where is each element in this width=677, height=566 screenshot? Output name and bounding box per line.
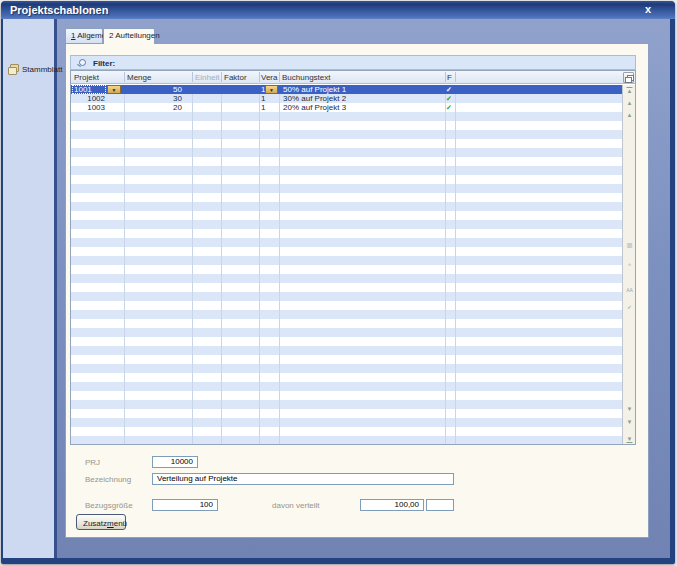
buchungstext-cell: 20% auf Projekt 3	[283, 103, 443, 112]
auto-width-icon[interactable]: AA	[623, 286, 636, 294]
bezeichnung-field[interactable]: Verteilung auf Projekte	[152, 473, 454, 485]
aufteilungen-tab-page: Filter: Projekt Menge Einheit Faktor Ver…	[65, 43, 649, 538]
bezeichnung-label: Bezeichnung	[85, 475, 131, 484]
last-row-icon[interactable]: ▼	[623, 435, 636, 443]
vera-dropdown-button[interactable]: ▼	[265, 85, 278, 94]
projekt-cell: 1003	[71, 103, 105, 112]
column-header-buchungstext[interactable]: Buchungstext	[282, 73, 330, 82]
stammblatt-cards-icon	[8, 64, 19, 74]
column-header-vera[interactable]: Vera	[261, 73, 277, 82]
next-page-icon[interactable]: ▼	[623, 418, 636, 426]
table-row[interactable]: 100320120% auf Projekt 3✓	[71, 103, 622, 112]
vera-cell: 1	[261, 103, 273, 112]
zusatzmenu-button[interactable]: Zusatzmenü	[76, 514, 126, 530]
grid-rows: 1001▼501▼50% auf Projekt 1✓100230130% au…	[71, 85, 622, 444]
filter-check-icon[interactable]: ✓	[623, 303, 636, 311]
vera-cell: 1	[261, 94, 273, 103]
close-button[interactable]: x	[641, 3, 655, 15]
search-row-icon[interactable]: ⚬	[623, 261, 636, 269]
select-all-corner-button[interactable]	[623, 72, 634, 83]
column-header-f[interactable]: F	[447, 73, 452, 82]
window-title: Projektschablonen	[10, 4, 108, 16]
column-header-menge[interactable]: Menge	[127, 73, 151, 82]
sidebar: Stammblatt	[3, 19, 57, 558]
menge-cell: 50	[124, 85, 182, 94]
grid-header: Projekt Menge Einheit Faktor Vera Buchun…	[71, 71, 635, 84]
column-header-projekt[interactable]: Projekt	[74, 73, 99, 82]
column-header-einheit[interactable]: Einheit	[195, 73, 219, 82]
projekt-cell: 1001	[72, 85, 106, 94]
search-icon	[77, 59, 85, 67]
tab-aufteilungen[interactable]: 2 Aufteilungen	[103, 28, 155, 44]
menge-cell: 20	[124, 103, 182, 112]
column-header-faktor[interactable]: Faktor	[224, 73, 247, 82]
columns-icon[interactable]: ▥	[623, 241, 636, 249]
davon-verteilt-label: davon verteilt	[272, 501, 320, 510]
projektschablonen-window: Projektschablonen x Stammblatt 1 Allgeme…	[1, 1, 675, 564]
table-row[interactable]: 1001▼501▼50% auf Projekt 1✓	[71, 85, 622, 94]
davon-verteilt-extra-field[interactable]	[426, 499, 454, 511]
aufteilungen-grid: Projekt Menge Einheit Faktor Vera Buchun…	[70, 70, 636, 445]
projekt-dropdown-button[interactable]: ▼	[107, 85, 121, 94]
window-body: Stammblatt 1 Allgemein 2 Aufteilungen Fi…	[3, 19, 670, 558]
grid-body: 1001▼501▼50% auf Projekt 1✓100230130% au…	[71, 85, 635, 444]
bezugsgroesse-label: Bezugsgröße	[85, 501, 133, 510]
sidebar-item-stammblatt[interactable]: Stammblatt	[8, 63, 56, 77]
first-row-icon[interactable]: ▲	[623, 87, 636, 95]
table-row[interactable]: 100230130% auf Projekt 2✓	[71, 94, 622, 103]
grid-nav-strip: ▲ ▲ ▲ ▥ ⚬ AA ✓ ▼ ▼ ▼	[622, 85, 635, 444]
row-checkmark-icon: ✓	[443, 94, 455, 103]
filter-label: Filter:	[93, 59, 115, 68]
filter-bar[interactable]: Filter:	[70, 55, 636, 70]
screen: Projektschablonen x Stammblatt 1 Allgeme…	[0, 0, 677, 566]
menge-cell: 30	[124, 94, 182, 103]
davon-verteilt-field[interactable]: 100,00	[360, 499, 424, 511]
tab-allgemein[interactable]: 1 Allgemein	[65, 28, 103, 43]
buchungstext-cell: 50% auf Projekt 1	[283, 85, 443, 94]
row-checkmark-icon: ✓	[443, 85, 455, 94]
buchungstext-cell: 30% auf Projekt 2	[283, 94, 443, 103]
projekt-cell: 1002	[71, 94, 105, 103]
prj-field[interactable]: 10000	[152, 456, 198, 468]
row-checkmark-icon: ✓	[443, 103, 455, 112]
tab-label: Aufteilungen	[113, 31, 159, 40]
titlebar[interactable]: Projektschablonen x	[1, 1, 675, 19]
prev-page-icon[interactable]: ▲	[623, 99, 636, 107]
prev-row-icon[interactable]: ▲	[623, 111, 636, 119]
sidebar-item-label: Stammblatt	[22, 65, 62, 74]
next-row-icon[interactable]: ▼	[623, 405, 636, 413]
bezugsgroesse-field[interactable]: 100	[152, 499, 218, 511]
prj-label: PRJ	[85, 458, 100, 467]
